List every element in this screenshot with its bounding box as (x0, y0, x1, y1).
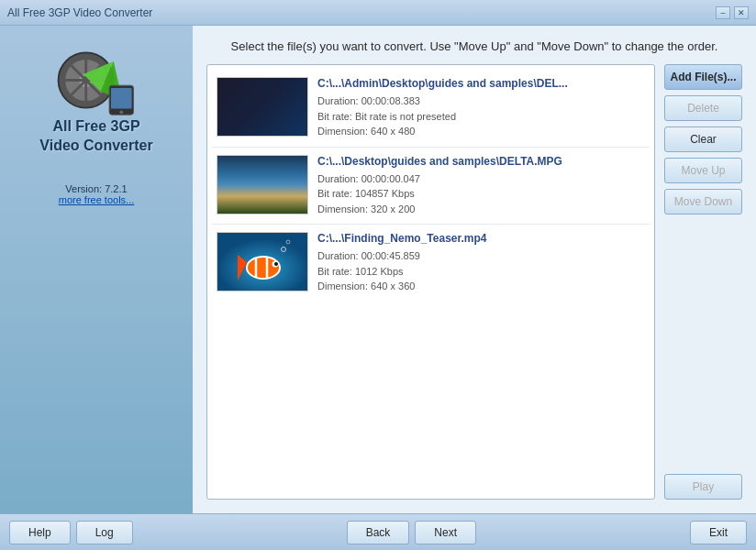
help-button[interactable]: Help (9, 521, 71, 544)
content-body: C:\...\Admin\Desktop\guides and samples\… (206, 64, 742, 500)
play-button[interactable]: Play (664, 474, 742, 500)
close-button[interactable]: ✕ (734, 6, 749, 19)
file-path-3: C:\...\Finding_Nemo_Teaser.mp4 (317, 232, 645, 245)
titlebar-controls: – ✕ (716, 6, 749, 19)
delete-button[interactable]: Delete (664, 95, 742, 121)
side-buttons: Add File(s)... Delete Clear Move Up Move… (664, 64, 742, 500)
file-meta-3: Duration: 00:00:45.859 Bit rate: 1012 Kb… (317, 248, 645, 294)
more-tools-link[interactable]: more free tools... (59, 194, 135, 205)
back-button[interactable]: Back (347, 521, 410, 544)
bottom-right: Exit (690, 521, 747, 544)
titlebar: All Free 3GP Video Converter – ✕ (0, 0, 756, 26)
move-down-button[interactable]: Move Down (664, 189, 742, 214)
svg-point-11 (119, 110, 123, 114)
app-name: All Free 3GP Video Converter (39, 117, 152, 156)
svg-rect-10 (111, 88, 132, 109)
table-row[interactable]: C:\...\Finding_Nemo_Teaser.mp4 Duration:… (212, 225, 650, 302)
app-logo (50, 44, 142, 117)
file-path-2: C:\...\Desktop\guides and samples\DELTA.… (317, 155, 645, 168)
main-container: All Free 3GP Video Converter Version: 7.… (0, 26, 756, 513)
file-meta-2: Duration: 00:00:00.047 Bit rate: 104857 … (317, 171, 645, 217)
file-thumbnail-3 (217, 232, 308, 292)
file-list-panel[interactable]: C:\...\Admin\Desktop\guides and samples\… (206, 64, 655, 500)
version-info: Version: 7.2.1 more free tools... (59, 183, 135, 205)
move-up-button[interactable]: Move Up (664, 158, 742, 183)
log-button[interactable]: Log (76, 521, 133, 544)
next-button[interactable]: Next (415, 521, 476, 544)
file-path-1: C:\...\Admin\Desktop\guides and samples\… (317, 77, 645, 90)
minimize-button[interactable]: – (716, 6, 730, 19)
sidebar: All Free 3GP Video Converter Version: 7.… (0, 26, 193, 513)
file-meta-1: Duration: 00:00:08.383 Bit rate: Bit rat… (317, 94, 645, 139)
file-thumbnail-1 (217, 77, 308, 137)
file-info-1: C:\...\Admin\Desktop\guides and samples\… (317, 77, 645, 139)
exit-button[interactable]: Exit (690, 521, 747, 544)
bottom-center: Back Next (347, 521, 476, 544)
svg-point-18 (274, 262, 278, 266)
titlebar-title: All Free 3GP Video Converter (7, 6, 152, 19)
add-files-button[interactable]: Add File(s)... (664, 64, 742, 90)
bottom-nav: Help Log Back Next Exit (0, 513, 756, 550)
clear-button[interactable]: Clear (664, 126, 742, 152)
logo-area: All Free 3GP Video Converter (39, 44, 152, 156)
table-row[interactable]: C:\...\Admin\Desktop\guides and samples\… (212, 70, 650, 148)
file-thumbnail-2 (217, 155, 308, 214)
content-area: Select the file(s) you want to convert. … (193, 26, 756, 513)
bottom-left: Help Log (9, 521, 133, 544)
instruction-text: Select the file(s) you want to convert. … (206, 39, 742, 53)
table-row[interactable]: C:\...\Desktop\guides and samples\DELTA.… (212, 148, 650, 226)
file-info-3: C:\...\Finding_Nemo_Teaser.mp4 Duration:… (317, 232, 645, 294)
file-info-2: C:\...\Desktop\guides and samples\DELTA.… (317, 155, 645, 217)
